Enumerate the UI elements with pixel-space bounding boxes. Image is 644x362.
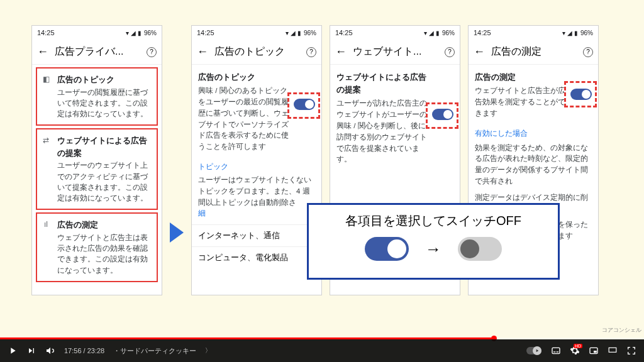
svg-rect-2 (557, 351, 558, 352)
category-row[interactable]: コンピュータ、電化製品 ✕ (192, 246, 321, 268)
help-icon[interactable]: ? (583, 47, 593, 57)
status-icons: ▾ ◢ ▮96% (562, 30, 593, 36)
toggle-desc: ウェブサイトと広告主が広告効果を測定することができます (475, 87, 565, 117)
setting-title: 広告のトピック (57, 74, 153, 86)
detail-link[interactable]: 細 (198, 209, 206, 217)
fullscreen-button[interactable] (626, 346, 636, 356)
help-icon[interactable]: ? (306, 47, 316, 57)
page-title: 広告の測定 (491, 45, 577, 58)
setting-desc: ユーザーのウェブサイト上でのアクティビティに基づいて提案されます。この設定は有効… (57, 162, 148, 202)
setting-row-sites[interactable]: ⇄ ウェブサイトによる広告の提案ユーザーのウェブサイト上でのアクティビティに基づ… (36, 128, 158, 210)
page-title: ウェブサイト... (353, 45, 438, 58)
toggle-title: 広告の測定 (475, 71, 565, 84)
svg-rect-0 (552, 348, 560, 353)
phone-screenshot-1: 14:25 ▾ ◢ ▮96% ← 広告プライバ... ? ◧ 広告のトピックユー… (31, 25, 162, 295)
svg-rect-5 (609, 348, 616, 352)
subhead-topics: トピック (192, 159, 321, 173)
status-icons: ▾ ◢ ▮96% (286, 30, 316, 36)
statusbar: 14:25 ▾ ◢ ▮96% (330, 26, 460, 40)
section-desc: 効果を測定するため、の対象になる広告が表れた時刻など、限定的量のデータが関係する… (469, 140, 598, 192)
help-icon[interactable]: ? (147, 47, 157, 57)
toggle-row: 広告のトピック興味 / 関心のあるトピックをユーザーの最近の閲覧履歴に基づいて判… (192, 65, 321, 159)
titlebar: ← 広告のトピック ? (192, 40, 321, 65)
toggle-desc: 興味 / 関心のあるトピックをユーザーの最近の閲覧履歴に基づいて判断し、ウェブサ… (198, 87, 289, 150)
setting-row-topics[interactable]: ◧ 広告のトピックユーザーの閲覧履歴に基づいて特定されます。この設定は有効になっ… (36, 67, 158, 126)
setting-title: ウェブサイトによる広告の提案 (57, 134, 153, 159)
video-time: 17:56 / 23:28 (64, 347, 104, 354)
topics-icon: ◧ (41, 75, 51, 84)
category-row[interactable]: インターネット、通信 ✕ (192, 224, 321, 246)
play-button[interactable] (8, 346, 18, 356)
statusbar: 14:25 ▾ ◢ ▮96% (32, 26, 162, 40)
callout-overlay: 各項目を選択してスイッチOFF → (307, 203, 560, 280)
toggle-title: ウェブサイトによる広告の提案 (336, 71, 427, 96)
statusbar: 14:25 ▾ ◢ ▮96% (469, 26, 598, 40)
miniplayer-button[interactable] (589, 346, 599, 356)
titlebar: ← ウェブサイト... ? (330, 40, 460, 65)
autoplay-toggle[interactable] (526, 346, 542, 356)
status-time: 14:25 (474, 29, 491, 36)
setting-desc: ウェブサイトと広告主は表示された広告の効果を確認できます。この設定は有効になって… (57, 234, 148, 274)
page-title: 広告のトピック (214, 45, 300, 58)
toggle-row: 広告の測定ウェブサイトと広告主が広告効果を測定することができます (469, 65, 598, 126)
toggle-desc: ユーザーが訪れた広告主のウェブサイトがユーザーの興味 / 関心を判断し、後に訪問… (336, 99, 427, 163)
toggle-row: ウェブサイトによる広告の提案ユーザーが訪れた広告主のウェブサイトがユーザーの興味… (330, 65, 460, 172)
back-icon[interactable]: ← (197, 45, 208, 58)
sites-icon: ⇄ (41, 136, 51, 145)
next-button[interactable] (26, 346, 36, 356)
settings-button[interactable]: HD (570, 346, 580, 356)
toggle-off-illustration (458, 237, 502, 261)
phone-screenshot-2: 14:25 ▾ ◢ ▮96% ← 広告のトピック ? 広告のトピック興味 / 関… (191, 25, 322, 295)
setting-title: 広告の測定 (57, 219, 153, 231)
chevron-right-icon: 〉 (205, 346, 211, 355)
volume-button[interactable] (45, 346, 55, 356)
status-icons: ▾ ◢ ▮96% (126, 30, 157, 36)
setting-desc: ユーザーの閲覧履歴に基づいて特定されます。この設定は有効になっています。 (57, 89, 148, 118)
subhead-enabled: 有効にした場合 (469, 126, 598, 140)
help-icon[interactable]: ? (445, 47, 455, 57)
theater-button[interactable] (608, 346, 618, 356)
video-player-bar: 17:56 / 23:28 ・サードパーティクッキー 〉 HD (0, 339, 644, 362)
svg-rect-1 (553, 351, 555, 352)
page-title: 広告プライバ... (55, 45, 140, 58)
category-label: コンピュータ、電化製品 (198, 252, 288, 263)
svg-rect-4 (594, 351, 597, 353)
toggle-switch[interactable] (570, 89, 592, 100)
status-time: 14:25 (335, 29, 353, 36)
back-icon[interactable]: ← (37, 45, 48, 58)
callout-title: 各項目を選択してスイッチOFF (319, 212, 548, 229)
titlebar: ← 広告の測定 ? (469, 40, 598, 65)
toggle-switch[interactable] (294, 99, 315, 110)
toggle-on-illustration (365, 237, 409, 261)
setting-row-measure[interactable]: ıl 広告の測定ウェブサイトと広告主は表示された広告の効果を確認できます。この設… (36, 212, 158, 282)
section-desc: ユーザーはウェブサイトたくないトピックをブロます。また、4 週間以上トピックは自… (192, 173, 321, 224)
statusbar: 14:25 ▾ ◢ ▮96% (192, 26, 321, 40)
arrow-icon (170, 222, 184, 243)
arrow-icon: → (425, 239, 441, 259)
toggle-title: 広告のトピック (198, 71, 289, 84)
captions-button[interactable] (551, 346, 561, 356)
toggle-switch[interactable] (432, 109, 453, 120)
back-icon[interactable]: ← (335, 45, 347, 58)
back-icon[interactable]: ← (474, 45, 485, 58)
status-icons: ▾ ◢ ▮96% (424, 30, 455, 36)
category-label: インターネット、通信 (198, 230, 280, 241)
status-time: 14:25 (37, 29, 55, 36)
watermark: コアコンシェル (602, 326, 641, 334)
status-time: 14:25 (197, 29, 214, 36)
video-chapter[interactable]: ・サードパーティクッキー (113, 346, 196, 356)
measure-icon: ıl (41, 220, 51, 229)
titlebar: ← 広告プライバ... ? (32, 40, 162, 65)
